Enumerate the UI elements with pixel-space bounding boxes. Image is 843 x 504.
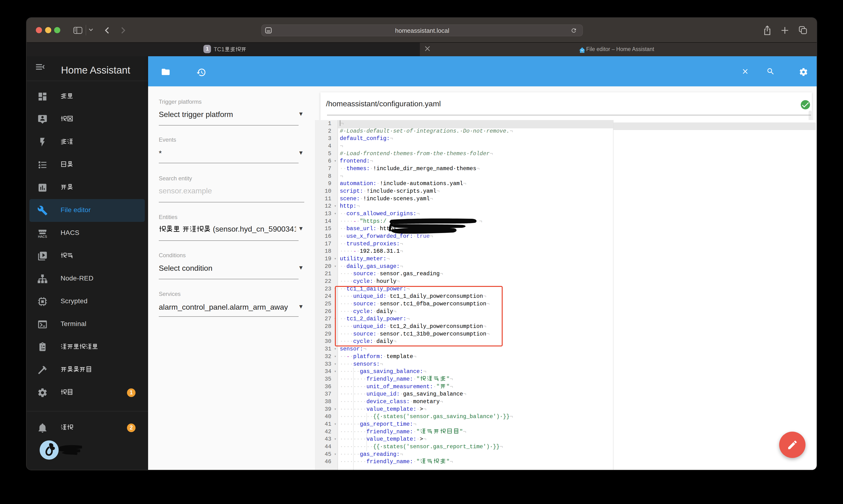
- svg-text:HACS: HACS: [38, 235, 47, 238]
